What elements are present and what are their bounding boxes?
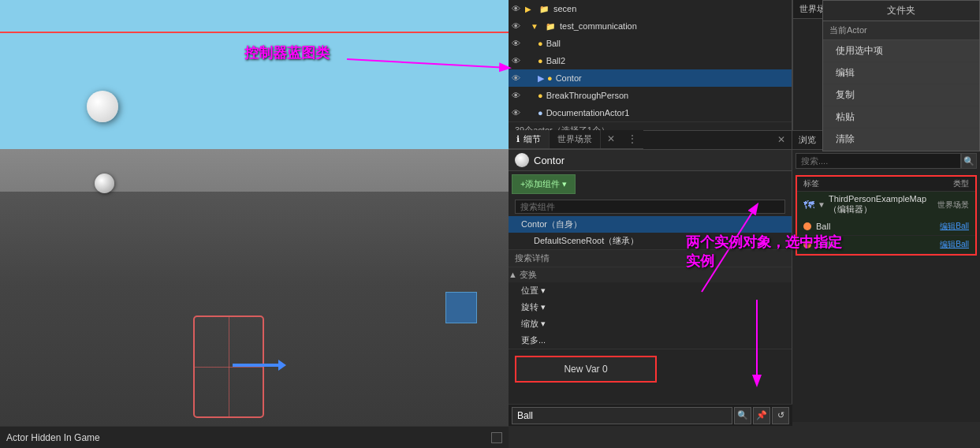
outliner-secen-label: secen	[553, 4, 576, 13]
pin-ball-btn[interactable]: 📌	[753, 407, 770, 424]
instance-ball2-link[interactable]: 编辑Ball	[940, 239, 969, 250]
outliner-contor-label: Contor	[556, 73, 582, 83]
tab-details-top[interactable]: ℹ 细节	[509, 130, 550, 148]
outliner-item-secen[interactable]: 👁 ▶ 📁 secen	[509, 0, 792, 17]
eye-icon-3: 👁	[512, 39, 520, 48]
component-default-root[interactable]: DefaultSceneRoot（继承）	[509, 233, 792, 249]
outliner-ball2-label: Ball2	[546, 56, 565, 65]
outliner-ball-label: Ball	[546, 39, 561, 48]
details-panel: 细节 ✕ Contor +添加组件 ▾ Contor（自身） DefaultSc…	[509, 130, 792, 426]
ball2-icon: ●	[538, 56, 543, 65]
sphere-small-left	[95, 174, 114, 193]
eye-icon-7: 👁	[512, 108, 520, 118]
component-self[interactable]: Contor（自身）	[509, 216, 792, 233]
details-world-tab-row: ℹ 细节 世界场景 ✕ ⋮	[509, 130, 643, 149]
viewport	[0, 0, 509, 426]
instance-list-header: 标签 类型	[797, 177, 975, 192]
variable-area: New Var 0	[509, 349, 792, 389]
eye-icon-2: 👁	[512, 21, 520, 31]
browse-search-input[interactable]	[796, 153, 961, 169]
ball-dot	[803, 222, 811, 230]
right-panel: 👁 ▶ 📁 secen 👁 ▼ 📁 test_communication 👁 ●…	[509, 0, 980, 448]
outliner-panel: 👁 ▶ 📁 secen 👁 ▼ 📁 test_communication 👁 ●…	[509, 0, 792, 130]
actor-sphere-icon	[515, 153, 529, 167]
blue-direction-arrow	[233, 364, 280, 367]
outliner-test-comm-label: test_communication	[560, 21, 637, 31]
outliner-bt-label: BreakThroughPerson	[546, 91, 629, 100]
blue-box	[445, 292, 477, 323]
col-type: 类型	[953, 178, 969, 189]
tab-world-top[interactable]: 世界场景	[550, 130, 601, 148]
search-component-input[interactable]	[515, 200, 785, 214]
ball2-dot	[803, 241, 811, 248]
actor-hidden-row: Actor Hidden In Game	[0, 426, 509, 448]
rotation-item[interactable]: 旋转 ▾	[509, 299, 792, 315]
contor-actor-icon: ●	[547, 73, 553, 83]
context-menu: 文件夹 当前Actor 使用选中项 编辑 复制 粘贴 清除	[822, 0, 980, 151]
new-var-box[interactable]: New Var 0	[515, 356, 657, 383]
eye-icon: 👁	[512, 4, 520, 13]
instance-row-ball2[interactable]: Ball2 编辑Ball	[797, 236, 975, 254]
position-item[interactable]: 位置 ▾	[509, 282, 792, 299]
eye-icon-5: 👁	[512, 73, 520, 83]
actor-name-display: Contor	[534, 155, 565, 166]
outliner-item-contor[interactable]: 👁 ▶ ● Contor	[509, 69, 792, 87]
search-details-header: 搜索详情	[509, 249, 792, 267]
outliner-doc-label: DocumentationActor1	[546, 108, 630, 118]
reset-ball-btn[interactable]: ↺	[772, 407, 789, 424]
world-map-icon: 🗺	[803, 199, 814, 211]
outliner-item-docactor[interactable]: 👁 ● DocumentationActor1	[509, 104, 792, 121]
instance-ball2-name: Ball2	[816, 240, 940, 249]
outliner-item-test-comm[interactable]: 👁 ▼ 📁 test_communication	[509, 17, 792, 35]
browse-search-area: 🔍	[792, 150, 980, 172]
context-menu-title: 文件夹	[823, 1, 979, 21]
panel-more-btn[interactable]: ⋮	[621, 130, 643, 148]
context-menu-edit[interactable]: 编辑	[823, 62, 979, 84]
outliner-item-ball2[interactable]: 👁 ● Ball2	[509, 52, 792, 69]
context-menu-clear[interactable]: 清除	[823, 129, 979, 151]
scale-item[interactable]: 缩放 ▾	[509, 315, 792, 332]
browse-search-icon[interactable]: 🔍	[961, 153, 977, 169]
add-component-button[interactable]: +添加组件 ▾	[512, 174, 576, 194]
instance-ball-link[interactable]: 编辑Ball	[940, 221, 969, 232]
contor-icon: ▶	[538, 73, 544, 84]
context-menu-section: 当前Actor	[823, 21, 979, 40]
context-menu-copy[interactable]: 复制	[823, 84, 979, 106]
sphere-white	[87, 91, 118, 122]
more-item[interactable]: 更多...	[509, 332, 792, 349]
folder-icon-3: 📁	[544, 20, 557, 32]
actor-hidden-checkbox[interactable]	[491, 432, 502, 443]
browse-panel: 浏览 🔍 标签 类型 🗺 ▼ ThirdPersonExampleMap（编辑器…	[792, 130, 980, 422]
instance-ball-name: Ball	[816, 222, 940, 231]
arrow-collapse[interactable]: ▼	[818, 200, 825, 209]
ball-value-input[interactable]	[512, 407, 732, 424]
character-cage	[193, 315, 264, 418]
red-line	[0, 32, 509, 33]
doc-icon: ●	[538, 108, 543, 118]
details-actor-name-row: Contor	[509, 150, 792, 171]
parent-map-type: 世界场景	[937, 200, 969, 211]
context-menu-paste[interactable]: 粘贴	[823, 106, 979, 129]
ball-selector-row: 🔍 📌 ↺	[509, 404, 792, 426]
transform-section-header[interactable]: ▲ 变换	[509, 267, 792, 282]
details-close-btn[interactable]: ✕	[771, 131, 792, 149]
folder-icon-2: 📁	[538, 2, 550, 15]
search-ball-btn[interactable]: 🔍	[734, 407, 751, 424]
col-label: 标签	[803, 178, 953, 189]
instance-list: 标签 类型 🗺 ▼ ThirdPersonExampleMap（编辑器） 世界场…	[796, 175, 977, 256]
instance-row-ball[interactable]: Ball 编辑Ball	[797, 218, 975, 236]
outliner-item-ball[interactable]: 👁 ● Ball	[509, 35, 792, 52]
eye-icon-6: 👁	[512, 91, 520, 100]
parent-map-name: ThirdPersonExampleMap（编辑器）	[829, 194, 937, 215]
folder-arrow-2: ▼	[528, 20, 541, 32]
bt-icon: ●	[538, 91, 543, 100]
folder-icon: ▶	[522, 2, 535, 15]
panel-close-btn[interactable]: ✕	[601, 130, 621, 148]
actor-hidden-label: Actor Hidden In Game	[6, 432, 100, 443]
ball-icon: ●	[538, 39, 543, 48]
instance-parent-row: 🗺 ▼ ThirdPersonExampleMap（编辑器） 世界场景	[797, 192, 975, 218]
context-menu-use-selected[interactable]: 使用选中项	[823, 40, 979, 62]
eye-icon-4: 👁	[512, 56, 520, 65]
outliner-item-breakthrough[interactable]: 👁 ● BreakThroughPerson	[509, 87, 792, 104]
search-component-area	[509, 197, 792, 216]
